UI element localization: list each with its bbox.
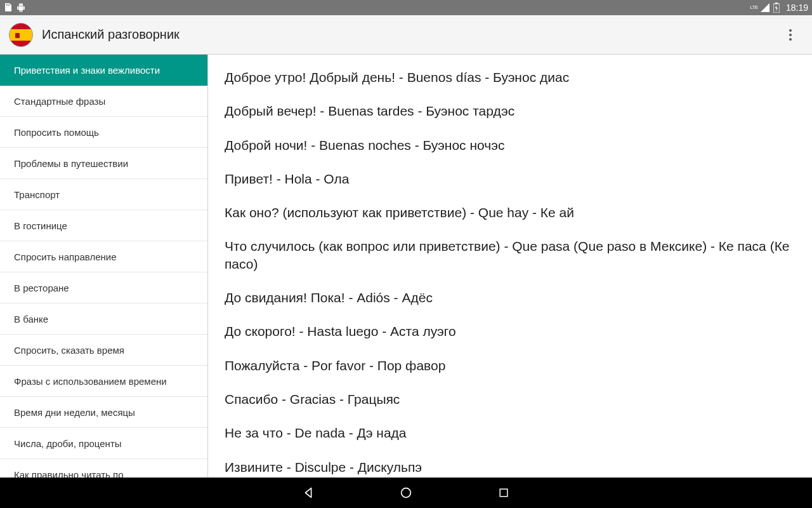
sidebar-item-label: Спросить, сказать время	[14, 345, 124, 356]
phrase-item[interactable]: До свидания! Пока! - Adiós - Адёс	[225, 289, 796, 306]
app-bar: Испанский разговорник	[0, 15, 812, 55]
sidebar-item-label: Проблемы в путешествии	[14, 158, 128, 169]
sidebar-item[interactable]: Стандартные фразы	[0, 86, 207, 117]
svg-rect-2	[9, 4, 10, 6]
sidebar-item[interactable]: В банке	[0, 304, 207, 335]
sidebar-item-label: Приветствия и знаки вежливости	[14, 65, 160, 76]
sidebar-item[interactable]: Приветствия и знаки вежливости	[0, 55, 207, 86]
phrase-list[interactable]: Доброе утро! Добрый день! - Buenos días …	[208, 55, 812, 478]
system-nav-bar	[0, 478, 812, 508]
sidebar-item[interactable]: Как правильно читать по	[0, 459, 207, 478]
svg-rect-6	[500, 489, 508, 497]
phrase-item[interactable]: Пожалуйста - Por favor - Пор фавор	[225, 357, 796, 374]
svg-rect-0	[6, 4, 7, 6]
sidebar-item-label: Как правильно читать по	[14, 469, 124, 478]
svg-rect-1	[8, 4, 8, 6]
svg-point-5	[402, 488, 411, 498]
sidebar-item[interactable]: Числа, дроби, проценты	[0, 428, 207, 459]
phrase-item[interactable]: Спасибо - Gracias - Грацыяс	[225, 391, 796, 408]
phrase-item[interactable]: Добрый вечер! - Buenas tardes - Буэнос т…	[225, 102, 796, 119]
status-right: LTE 18:19	[750, 3, 808, 13]
phrase-item[interactable]: Не за что - De nada - Дэ нада	[225, 424, 796, 441]
phrase-item[interactable]: Как оно? (используют как приветствие) - …	[225, 204, 796, 221]
sidebar-item[interactable]: В гостинице	[0, 210, 207, 241]
sidebar-item-label: Время дни недели, месяцы	[14, 407, 135, 418]
app-title: Испанский разговорник	[42, 27, 180, 42]
battery-charging-icon	[772, 3, 781, 12]
phrase-item[interactable]: Извините - Disculpe - Дискульпэ	[225, 458, 796, 476]
nav-back-button[interactable]	[301, 485, 316, 500]
status-left	[4, 3, 25, 12]
sidebar-item[interactable]: Транспорт	[0, 179, 207, 210]
sd-card-icon	[4, 3, 13, 12]
sidebar-item-label: Транспорт	[14, 189, 60, 200]
sidebar-item-label: Попросить помощь	[14, 127, 99, 138]
sidebar-item-label: В банке	[14, 314, 48, 324]
nav-recent-button[interactable]	[496, 485, 511, 500]
more-vert-icon	[789, 29, 792, 41]
phrase-item[interactable]: Доброе утро! Добрый день! - Buenos días …	[225, 69, 796, 86]
lte-label: LTE	[750, 5, 758, 10]
overflow-menu-button[interactable]	[778, 22, 803, 48]
phrase-item[interactable]: Доброй ночи! - Buenas noches - Буэнос но…	[225, 137, 796, 154]
sidebar-item[interactable]: Спросить, сказать время	[0, 335, 207, 366]
sidebar-item[interactable]: В ресторане	[0, 272, 207, 304]
sidebar-item[interactable]: Фразы с использованием времени	[0, 366, 207, 397]
sidebar-item-label: В ресторане	[14, 283, 69, 293]
sidebar-item-label: Фразы с использованием времени	[14, 376, 167, 387]
main-body: Приветствия и знаки вежливостиСтандартны…	[0, 55, 812, 478]
category-sidebar[interactable]: Приветствия и знаки вежливостиСтандартны…	[0, 55, 208, 478]
sidebar-item[interactable]: Спросить направление	[0, 241, 207, 272]
spain-flag-icon	[9, 23, 33, 47]
sidebar-item-label: Числа, дроби, проценты	[14, 438, 122, 449]
sidebar-item[interactable]: Проблемы в путешествии	[0, 148, 207, 179]
status-bar: LTE 18:19	[0, 0, 812, 15]
svg-rect-4	[775, 3, 778, 4]
android-icon	[16, 3, 25, 12]
sidebar-item-label: Стандартные фразы	[14, 96, 105, 107]
signal-icon	[761, 3, 769, 12]
sidebar-item[interactable]: Время дни недели, месяцы	[0, 397, 207, 428]
sidebar-item-label: Спросить направление	[14, 251, 117, 262]
sidebar-item-label: В гостинице	[14, 220, 67, 231]
sidebar-item[interactable]: Попросить помощь	[0, 117, 207, 148]
nav-home-button[interactable]	[398, 485, 414, 500]
clock: 18:19	[786, 3, 808, 13]
phrase-item[interactable]: Что случилось (как вопрос или приветстви…	[225, 237, 796, 272]
phrase-item[interactable]: Привет! - Hola - Ола	[225, 170, 796, 187]
phrase-item[interactable]: До скорого! - Hasta luego - Аста луэго	[225, 323, 796, 340]
